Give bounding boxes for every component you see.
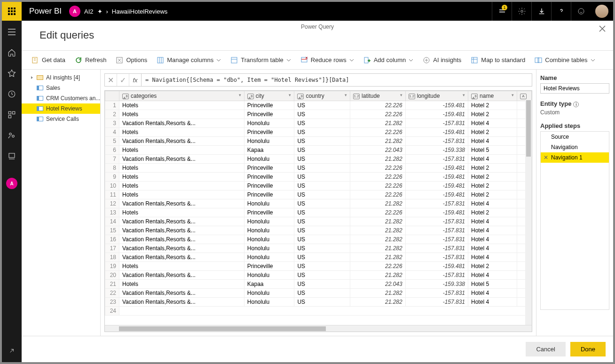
home-icon[interactable] [7, 48, 16, 57]
table-row[interactable]: 2HotelsPrincevilleUS22.226-159.481Hotel … [105, 110, 532, 119]
refresh-button[interactable]: Refresh [72, 55, 109, 66]
cell[interactable]: -157.831 [405, 289, 468, 298]
cell[interactable]: US [294, 208, 350, 217]
cell[interactable]: 21.282 [350, 235, 406, 244]
map-standard-button[interactable]: Map to standard [468, 55, 528, 66]
manage-columns-button[interactable]: Manage columns [154, 55, 223, 66]
workspace-avatar[interactable]: A [69, 6, 80, 17]
query-nav-item[interactable]: Sales [22, 83, 100, 93]
table-row[interactable]: 4HotelsPrincevilleUS22.226-159.481Hotel … [105, 128, 532, 137]
column-menu-icon[interactable]: ▾ [512, 93, 514, 97]
shared-icon[interactable] [7, 131, 16, 140]
cell[interactable]: -157.831 [405, 235, 468, 244]
formula-commit-icon[interactable]: ✓ [117, 74, 129, 86]
cell[interactable]: Hotel 4 [468, 199, 517, 208]
cell[interactable]: 22.043 [350, 280, 406, 289]
cell[interactable]: Honolulu [244, 217, 294, 226]
table-row[interactable]: 13HotelsPrincevilleUS22.226-159.481Hotel… [105, 208, 532, 217]
cell[interactable]: Vacation Rentals,Resorts &... [119, 155, 244, 164]
cell[interactable]: Vacation Rentals,Resorts &... [119, 199, 244, 208]
table-row[interactable]: 20Vacation Rentals,Resorts &...HonoluluU… [105, 271, 532, 280]
cell[interactable]: Hotel 4 [468, 217, 517, 226]
cell[interactable]: Vacation Rentals,Resorts &... [119, 235, 244, 244]
column-menu-icon[interactable]: ▾ [463, 93, 465, 97]
done-button[interactable]: Done [570, 342, 606, 356]
cell[interactable]: -159.481 [405, 173, 468, 182]
cell[interactable]: Hotels [119, 280, 244, 289]
cell[interactable]: -159.338 [405, 280, 468, 289]
download-button[interactable] [531, 2, 551, 21]
cell[interactable]: Hotel 2 [468, 262, 517, 271]
cell[interactable]: Vacation Rentals,Resorts &... [119, 137, 244, 146]
cell[interactable]: -157.831 [405, 119, 468, 128]
cell[interactable]: Honolulu [244, 137, 294, 146]
cell[interactable]: Hotel 4 [468, 226, 517, 235]
cell[interactable]: -159.481 [405, 164, 468, 173]
cell[interactable]: Honolulu [244, 235, 294, 244]
cell[interactable]: US [294, 173, 350, 182]
table-row[interactable]: 23Vacation Rentals,Resorts &...HonoluluU… [105, 298, 532, 307]
table-row[interactable]: 22Vacation Rentals,Resorts &...HonoluluU… [105, 289, 532, 298]
cell[interactable]: Honolulu [244, 244, 294, 253]
workspace-name[interactable]: AI2 [84, 8, 94, 15]
cell[interactable]: 21.282 [350, 119, 406, 128]
cell[interactable]: Hotel 2 [468, 110, 517, 119]
cell[interactable]: -157.831 [405, 226, 468, 235]
cell[interactable]: US [294, 119, 350, 128]
workspaces-icon[interactable] [7, 151, 16, 161]
cell[interactable]: 22.226 [350, 262, 406, 271]
help-button[interactable] [551, 2, 571, 21]
table-row[interactable]: 7Vacation Rentals,Resorts &...HonoluluUS… [105, 155, 532, 164]
table-row[interactable]: 8HotelsPrincevilleUS22.226-159.481Hotel … [105, 164, 532, 173]
cell[interactable]: -157.831 [405, 137, 468, 146]
cell[interactable]: Hotel 2 [468, 164, 517, 173]
cell[interactable]: Hotels [119, 173, 244, 182]
column-menu-icon[interactable]: ▾ [400, 93, 402, 97]
cell[interactable]: 21.282 [350, 298, 406, 307]
close-button[interactable] [599, 25, 608, 35]
formula-cancel-icon[interactable]: ✕ [105, 74, 117, 86]
horizontal-scrollbar[interactable] [105, 325, 532, 332]
cell[interactable]: 21.282 [350, 137, 406, 146]
cell[interactable]: Kapaa [244, 146, 294, 155]
user-avatar[interactable] [595, 5, 608, 18]
cell[interactable]: -157.831 [405, 217, 468, 226]
column-menu-icon[interactable]: ▾ [345, 93, 347, 97]
cell[interactable]: Hotels [119, 208, 244, 217]
add-column-header[interactable]: A [517, 91, 532, 101]
cell[interactable]: -159.338 [405, 146, 468, 155]
cell[interactable]: Hotel 5 [468, 280, 517, 289]
cell[interactable]: Princeville [244, 164, 294, 173]
table-row[interactable]: 21HotelsKapaaUS22.043-159.338Hotel 5 [105, 280, 532, 289]
cell[interactable]: -159.481 [405, 190, 468, 199]
table-row[interactable]: 12Vacation Rentals,Resorts &...HonoluluU… [105, 199, 532, 208]
column-header[interactable]: 1.2latitude▾ [350, 91, 406, 101]
cell[interactable]: Hotel 2 [468, 173, 517, 182]
cell[interactable]: Hotel 4 [468, 244, 517, 253]
table-row[interactable]: 9HotelsPrincevilleUS22.226-159.481Hotel … [105, 173, 532, 182]
cell[interactable]: 22.226 [350, 110, 406, 119]
combine-tables-button[interactable]: Combine tables [532, 55, 597, 66]
cell[interactable]: 22.226 [350, 182, 406, 190]
get-data-button[interactable]: Get data [29, 55, 68, 66]
formula-input[interactable] [142, 77, 532, 83]
cell[interactable]: 21.282 [350, 226, 406, 235]
table-row[interactable]: 19HotelsPrincevilleUS22.226-159.481Hotel… [105, 262, 532, 271]
column-header[interactable]: ABcity▾ [244, 91, 294, 101]
cell[interactable]: Hotel 4 [468, 119, 517, 128]
cell[interactable]: 21.282 [350, 199, 406, 208]
hamburger-icon[interactable] [7, 27, 16, 37]
cell[interactable]: Hotels [119, 262, 244, 271]
cell[interactable]: Kapaa [244, 280, 294, 289]
cell[interactable]: Hotel 4 [468, 253, 517, 262]
corner-cell[interactable] [105, 91, 119, 101]
feedback-button[interactable] [571, 2, 591, 21]
cell[interactable]: 21.282 [350, 217, 406, 226]
cell[interactable]: Princeville [244, 101, 294, 110]
cell[interactable]: Honolulu [244, 226, 294, 235]
table-row[interactable]: 14Vacation Rentals,Resorts &...HonoluluU… [105, 217, 532, 226]
settings-button[interactable] [512, 2, 531, 21]
query-nav-item[interactable]: Service Calls [22, 114, 100, 124]
cell[interactable]: 22.043 [350, 146, 406, 155]
favorites-icon[interactable] [7, 69, 16, 78]
